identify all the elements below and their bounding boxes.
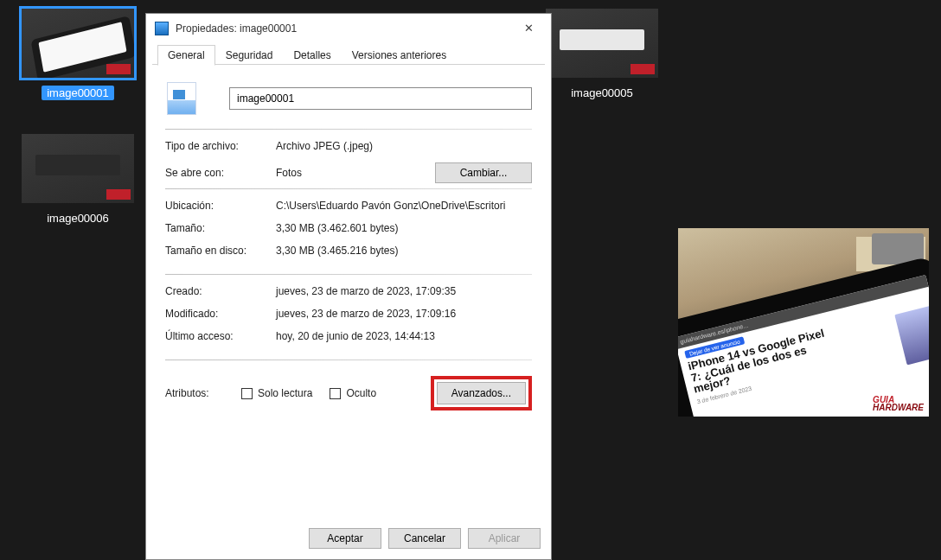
desktop-thumb-image00006[interactable]: image00006 — [17, 134, 138, 225]
titlebar[interactable]: Propiedades: image00001 ✕ — [146, 14, 551, 43]
filetype-label: Tipo de archivo: — [165, 140, 276, 152]
thumb-image — [22, 134, 134, 203]
thumb-label: image00005 — [571, 86, 633, 99]
apply-button[interactable]: Aplicar — [468, 528, 541, 549]
dialog-title: Propiedades: image00001 — [176, 22, 297, 35]
checkbox-icon — [241, 388, 253, 399]
thumb-label: image00006 — [47, 212, 109, 225]
separator — [165, 188, 532, 189]
tab-content: Tipo de archivo: Archivo JPEG (.jpeg) Se… — [146, 65, 551, 519]
readonly-label: Solo lectura — [258, 387, 312, 399]
thumb-image — [546, 9, 658, 78]
desktop-thumb-image00005[interactable]: image00005 — [541, 9, 663, 99]
tab-security[interactable]: Seguridad — [215, 45, 284, 65]
preview-image: guiahardware.es/iphone... Dejar de ver a… — [678, 228, 929, 417]
created-value: jueves, 23 de marzo de 2023, 17:09:35 — [276, 285, 532, 297]
separator — [165, 360, 532, 360]
readonly-checkbox[interactable]: Solo lectura — [241, 387, 312, 399]
tab-strip: General Seguridad Detalles Versiones ant… — [146, 43, 551, 65]
filetype-value: Archivo JPEG (.jpeg) — [276, 140, 532, 152]
properties-dialog: Propiedades: image00001 ✕ General Seguri… — [145, 13, 552, 560]
hidden-label: Oculto — [346, 387, 376, 399]
close-button[interactable]: ✕ — [515, 18, 542, 39]
location-label: Ubicación: — [165, 200, 276, 212]
thumb-label: image00001 — [42, 86, 114, 100]
accessed-value: hoy, 20 de junio de 2023, 14:44:13 — [276, 330, 532, 342]
logo-badge — [106, 189, 131, 200]
modified-label: Modificado: — [165, 308, 276, 320]
logo-badge — [631, 64, 655, 74]
advanced-highlight: Avanzados... — [431, 376, 532, 410]
desktop-thumb-image00001[interactable]: image00001 — [17, 9, 138, 99]
dialog-footer: Aceptar Cancelar Aplicar — [146, 519, 551, 559]
separator — [165, 129, 532, 130]
cancel-button[interactable]: Cancelar — [388, 528, 461, 549]
tab-general[interactable]: General — [157, 45, 215, 66]
filename-input[interactable] — [229, 87, 532, 110]
openswith-label: Se abre con: — [165, 167, 276, 179]
sizedisk-label: Tamaño en disco: — [165, 245, 276, 257]
preview-logo-line2: HARDWARE — [873, 403, 924, 412]
logo-badge — [106, 64, 131, 74]
tab-previous-versions[interactable]: Versiones anteriores — [342, 45, 457, 65]
sizedisk-value: 3,30 MB (3.465.216 bytes) — [276, 245, 532, 257]
tab-details[interactable]: Detalles — [283, 45, 341, 65]
size-label: Tamaño: — [165, 222, 276, 234]
change-app-button[interactable]: Cambiar... — [435, 162, 532, 183]
modified-value: jueves, 23 de marzo de 2023, 17:09:16 — [276, 308, 532, 320]
advanced-button[interactable]: Avanzados... — [437, 382, 526, 404]
preview-article-image — [894, 304, 929, 365]
accessed-label: Último acceso: — [165, 330, 276, 342]
thumb-image — [22, 9, 134, 78]
size-value: 3,30 MB (3.462.601 bytes) — [276, 222, 532, 234]
separator — [165, 274, 532, 275]
file-type-icon — [167, 82, 196, 115]
image-file-icon — [155, 22, 169, 35]
openswith-value: Fotos — [276, 167, 435, 179]
attributes-label: Atributos: — [165, 387, 241, 399]
ok-button[interactable]: Aceptar — [309, 528, 381, 549]
location-value: C:\Users\Eduardo Pavón Gonz\OneDrive\Esc… — [276, 200, 532, 212]
hidden-checkbox[interactable]: Oculto — [330, 387, 376, 399]
created-label: Creado: — [165, 285, 276, 297]
checkbox-icon — [330, 388, 341, 399]
preview-logo: GUIA HARDWARE — [873, 396, 924, 411]
